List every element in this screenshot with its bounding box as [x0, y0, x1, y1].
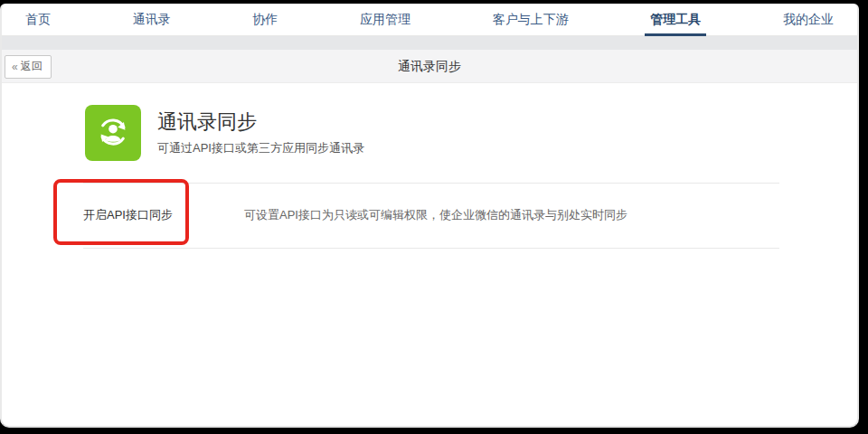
top-nav: 首页 通讯录 协作 应用管理 客户与上下游 管理工具 我的企业: [2, 4, 857, 36]
nav-item-collaboration[interactable]: 协作: [252, 12, 278, 28]
nav-item-contacts[interactable]: 通讯录: [133, 12, 171, 28]
nav-item-customers[interactable]: 客户与上下游: [493, 12, 569, 28]
divider: [83, 183, 779, 184]
background-band: [2, 36, 857, 50]
api-sync-setting-label: 开启API接口同步: [83, 206, 173, 224]
page-title: 通讯录同步: [2, 50, 857, 83]
feature-subtitle: 可通过API接口或第三方应用同步通讯录: [157, 140, 364, 156]
divider: [83, 248, 779, 249]
nav-item-home[interactable]: 首页: [25, 12, 51, 28]
main-content: 通讯录同步 可通过API接口或第三方应用同步通讯录 开启API接口同步 可设置A…: [2, 83, 857, 425]
feature-header: 通讯录同步 可通过API接口或第三方应用同步通讯录: [157, 108, 364, 156]
app-window: 首页 通讯录 协作 应用管理 客户与上下游 管理工具 我的企业 « 返回 通讯录…: [0, 4, 859, 428]
api-sync-setting-description: 可设置API接口为只读或可编辑权限，使企业微信的通讯录与别处实时同步: [244, 206, 627, 224]
contact-sync-icon: [85, 105, 141, 161]
feature-title: 通讯录同步: [157, 108, 364, 136]
nav-item-my-enterprise[interactable]: 我的企业: [783, 12, 834, 28]
page-toolbar: « 返回 通讯录同步: [2, 50, 857, 83]
nav-item-app-management[interactable]: 应用管理: [360, 12, 410, 28]
nav-item-management-tools[interactable]: 管理工具: [650, 12, 701, 28]
